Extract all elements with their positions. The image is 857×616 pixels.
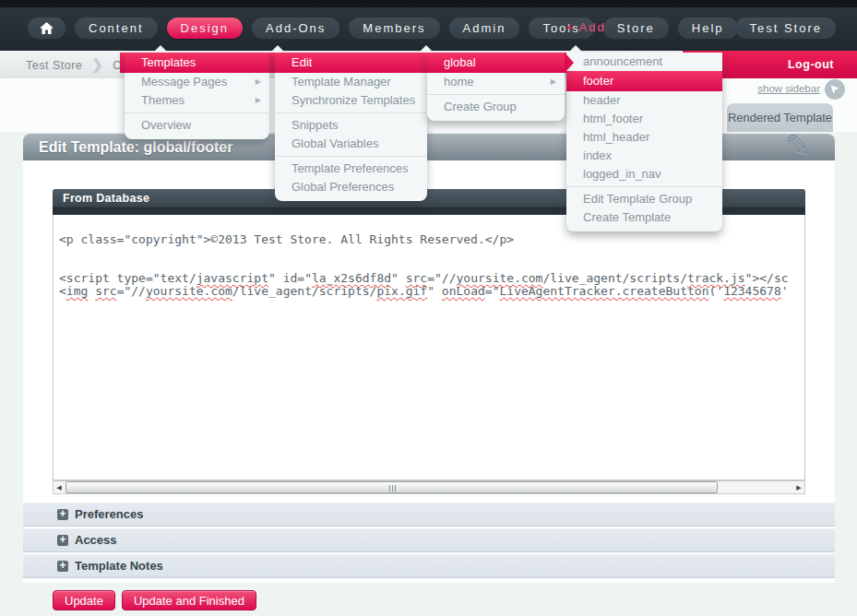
scrollbar-thumb[interactable] (65, 481, 718, 493)
accordion-label: Template Notes (75, 559, 163, 573)
menu-item-label: Overview (141, 118, 191, 132)
menu-item-template-preferences[interactable]: Template Preferences (275, 160, 427, 178)
nav-help[interactable]: Help (678, 18, 738, 39)
menu-item-label: footer (583, 74, 613, 88)
menu-item-message-pages[interactable]: Message Pages▶ (125, 73, 269, 91)
scroll-right-arrow-icon[interactable]: ▶ (793, 481, 804, 493)
nav-site-name-button[interactable]: Test Store (735, 18, 836, 39)
menu-item-overview[interactable]: Overview (125, 116, 269, 135)
menu-notch-icon (270, 45, 285, 53)
menu-item-label: html_header (583, 130, 649, 144)
pencil-icon: ✎ (785, 127, 812, 164)
accordion-label: Access (75, 533, 117, 547)
breadcrumb: Test Store❯CP (26, 51, 130, 78)
menu-item-label: Edit (292, 55, 312, 69)
menu-item-global[interactable]: global (427, 53, 565, 73)
menu-item-themes[interactable]: Themes▶ (125, 91, 269, 110)
menu-item-label: Themes (141, 93, 184, 107)
scrollbar-grip (392, 485, 393, 492)
menu-item-label: Templates (141, 55, 196, 69)
menu-item-template-manager[interactable]: Template Manager (275, 73, 427, 91)
menu-separator (275, 156, 427, 157)
menu-item-label: Global Variables (292, 136, 378, 150)
accordion-access[interactable]: +Access (23, 528, 835, 552)
templates-list-menu: announcementfooterheaderhtml_footerhtml_… (566, 53, 722, 231)
show-sidebar-link[interactable]: show sidebar (757, 83, 820, 94)
form-buttons: Update Update and Finished (53, 590, 256, 610)
main-nav-items: ContentDesignAdd-OnsMembersAdminToolsSto… (28, 18, 738, 39)
update-and-finished-button[interactable]: Update and Finished (122, 590, 256, 610)
menu-item-logged-in-nav[interactable]: logged_in_nav (566, 165, 722, 184)
menu-item-edit[interactable]: Edit (275, 53, 427, 73)
menu-item-label: html_footer (583, 112, 643, 125)
tab-rendered-template[interactable]: Rendered Template (727, 103, 833, 132)
menu-notch-icon (568, 45, 583, 53)
window-top-strip (0, 0, 857, 7)
design-menu: TemplatesMessage Pages▶Themes▶Overview (125, 53, 269, 139)
menu-item-html-header[interactable]: html_header (566, 128, 722, 147)
menu-separator (275, 113, 427, 113)
template-groups-menu: globalhome▶Create Group (427, 53, 565, 121)
menu-item-index[interactable]: index (566, 147, 722, 165)
submenu-arrow-icon: ▶ (256, 91, 261, 110)
menu-notch-icon (419, 45, 434, 53)
menu-item-label: announcement (583, 54, 662, 68)
templates-menu: EditTemplate ManagerSynchronize Template… (275, 53, 427, 201)
nav-home-button[interactable] (28, 18, 65, 39)
menu-item-html-footer[interactable]: html_footer (566, 110, 722, 128)
menu-item-label: header (583, 93, 620, 107)
menu-item-global-variables[interactable]: Global Variables (275, 135, 427, 153)
menu-item-snippets[interactable]: Snippets (275, 116, 427, 135)
nav-store[interactable]: Store (603, 18, 669, 39)
menu-item-footer[interactable]: footer (566, 71, 722, 91)
nav-admin[interactable]: Admin (449, 18, 520, 39)
main-nav-bar: ContentDesignAdd-OnsMembersAdminToolsSto… (0, 7, 857, 51)
menu-item-label: index (583, 148, 612, 162)
template-code-textarea[interactable]: <p class="copyright">©2013 Test Store. A… (53, 215, 805, 480)
menu-item-label: logged_in_nav (583, 167, 661, 181)
logout-button[interactable]: Log-out (788, 58, 834, 71)
nav-add-ons[interactable]: Add-Ons (252, 18, 339, 39)
home-icon (40, 21, 54, 35)
code-line: <script type="text/javascript" id="la_x2… (59, 272, 804, 285)
menu-item-announcement[interactable]: announcement (566, 53, 722, 71)
menu-item-global-preferences[interactable]: Global Preferences (275, 178, 427, 196)
menu-item-create-group[interactable]: Create Group (427, 98, 565, 116)
update-button[interactable]: Update (53, 590, 115, 610)
add-menu-button[interactable]: +Add (566, 20, 606, 34)
menu-item-header[interactable]: header (566, 91, 722, 110)
menu-notch-icon (153, 45, 168, 53)
menu-item-label: Edit Template Group (583, 192, 692, 206)
horizontal-scrollbar[interactable]: ◀ ▶ (53, 480, 805, 494)
menu-separator (566, 186, 722, 187)
collapse-arrow-button[interactable] (825, 79, 845, 100)
menu-item-label: Global Preferences (292, 180, 394, 194)
code-line (59, 246, 804, 259)
code-line: <img src="//yoursite.com/live_agent/scri… (59, 285, 804, 298)
nav-members[interactable]: Members (349, 18, 439, 39)
accordion-template-notes[interactable]: +Template Notes (23, 554, 835, 578)
arrow-up-left-icon (825, 79, 845, 100)
menu-item-templates[interactable]: Templates (125, 53, 269, 73)
menu-separator (427, 94, 565, 95)
nav-content[interactable]: Content (75, 18, 158, 39)
menu-item-label: Synchronize Templates (292, 93, 415, 107)
expand-plus-icon[interactable]: + (57, 535, 68, 546)
accordion-preferences[interactable]: +Preferences (23, 503, 835, 527)
expand-plus-icon[interactable]: + (57, 509, 68, 520)
expand-plus-icon[interactable]: + (57, 561, 68, 572)
menu-item-label: Message Pages (141, 75, 227, 89)
breadcrumb-item-site[interactable]: Test Store (26, 59, 82, 72)
nav-design[interactable]: Design (167, 18, 243, 39)
menu-item-label: Template Manager (292, 75, 391, 89)
menu-item-create-template[interactable]: Create Template (566, 208, 722, 227)
menu-item-synchronize-templates[interactable]: Synchronize Templates (275, 91, 427, 110)
scroll-left-arrow-icon[interactable]: ◀ (54, 481, 65, 493)
menu-item-edit-template-group[interactable]: Edit Template Group (566, 190, 722, 208)
add-label: Add (579, 20, 606, 34)
submenu-pointer-icon (565, 53, 574, 73)
menu-item-home[interactable]: home▶ (427, 73, 565, 91)
menu-item-label: global (444, 55, 476, 69)
plus-icon: + (566, 20, 576, 34)
menu-item-label: home (444, 75, 474, 89)
